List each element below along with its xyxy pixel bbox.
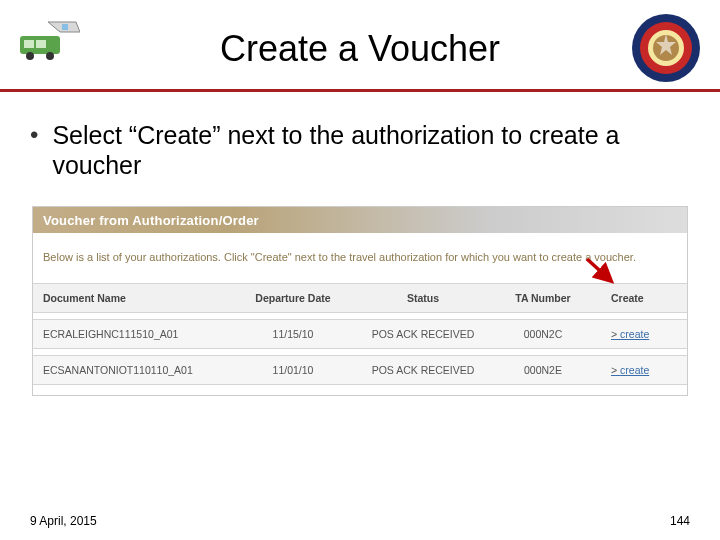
seal-icon (630, 12, 702, 88)
cell-ta: 000N2C (493, 328, 593, 340)
svg-line-10 (587, 259, 609, 279)
cell-status: POS ACK RECEIVED (353, 364, 493, 376)
cell-status: POS ACK RECEIVED (353, 328, 493, 340)
col-doc: Document Name (33, 292, 233, 304)
col-create: Create (593, 292, 687, 304)
svg-rect-2 (36, 40, 46, 48)
footer-date: 9 April, 2015 (30, 514, 97, 528)
create-link[interactable]: create (611, 328, 649, 340)
col-status: Status (353, 292, 493, 304)
cell-doc: ECSANANTONIOT110110_A01 (33, 364, 233, 376)
svg-point-4 (46, 52, 54, 60)
svg-point-3 (26, 52, 34, 60)
panel-banner: Voucher from Authorization/Order (33, 207, 687, 233)
bullet-icon: • (30, 120, 38, 150)
callout-arrow-icon (583, 255, 617, 289)
col-ta: TA Number (493, 292, 593, 304)
cell-doc: ECRALEIGHNC111510_A01 (33, 328, 233, 340)
svg-rect-1 (24, 40, 34, 48)
col-departure: Departure Date (233, 292, 353, 304)
bullet-text: Select “Create” next to the authorizatio… (52, 120, 690, 180)
slide-content: • Select “Create” next to the authorizat… (0, 92, 720, 396)
embedded-screenshot: Voucher from Authorization/Order Below i… (32, 206, 688, 396)
table-row: ECRALEIGHNC111510_A01 11/15/10 POS ACK R… (33, 319, 687, 349)
footer-page: 144 (670, 514, 690, 528)
page-title: Create a Voucher (0, 0, 720, 70)
table-row: ECSANANTONIOT110110_A01 11/01/10 POS ACK… (33, 355, 687, 385)
slide-header: Create a Voucher (0, 0, 720, 92)
cell-departure: 11/01/10 (233, 364, 353, 376)
auth-table: Document Name Departure Date Status TA N… (33, 283, 687, 385)
slide-footer: 9 April, 2015 144 (0, 514, 720, 528)
panel-banner-label: Voucher from Authorization/Order (43, 213, 259, 228)
svg-rect-5 (62, 24, 68, 30)
transport-icon (18, 18, 80, 66)
cell-departure: 11/15/10 (233, 328, 353, 340)
cell-ta: 000N2E (493, 364, 593, 376)
bullet-item: • Select “Create” next to the authorizat… (30, 120, 690, 180)
create-link[interactable]: create (611, 364, 649, 376)
